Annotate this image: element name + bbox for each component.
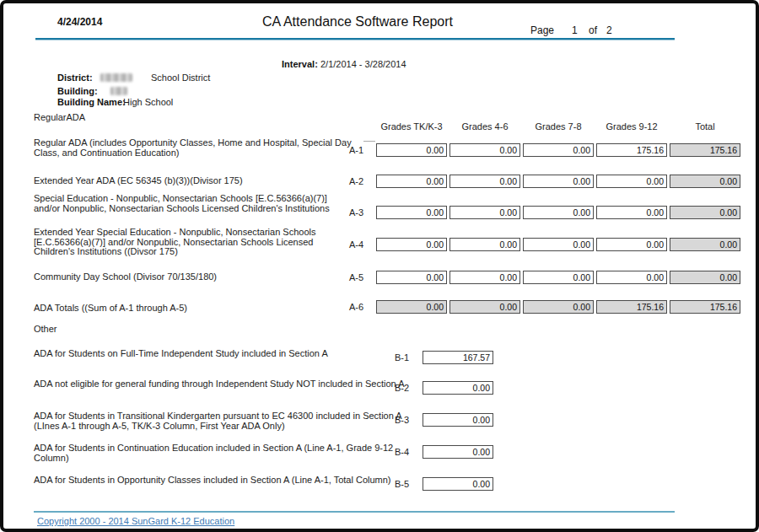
total-cell: 175.16 (596, 300, 667, 314)
row-label-b5: ADA for Students in Opportunity Classes … (34, 476, 417, 486)
row-code-a4: A-4 (349, 239, 363, 250)
row-code-b5: B-5 (395, 479, 409, 489)
interval-value: 2/1/2014 - 3/28/2014 (320, 59, 406, 69)
page-total: 2 (606, 24, 612, 36)
row-code-b4: B-4 (395, 447, 409, 457)
page-number: 1 (572, 24, 578, 36)
value-cell: 0.00 (449, 206, 520, 219)
row-code-a5: A-5 (349, 272, 363, 282)
district-label: District: (57, 73, 93, 83)
row-label-b1: ADA for Students on Full-Time Independen… (34, 349, 417, 359)
total-cell: 0.00 (670, 271, 740, 284)
row-label-b2: ADA not eligible for general funding thr… (34, 379, 417, 390)
value-cell: 0.00 (376, 206, 447, 219)
value-cell: 0.00 (523, 271, 594, 284)
building-code-redacted (110, 87, 127, 95)
value-cell: 0.00 (596, 271, 667, 284)
value-cell: 0.00 (596, 238, 667, 251)
section-b-title: Other (34, 324, 57, 334)
value-cell: 0.00 (376, 175, 447, 188)
row-code-b2: B-2 (395, 383, 409, 393)
row-values-b4: 0.00 (423, 445, 493, 459)
row-values-b3: 0.00 (423, 413, 493, 427)
value-cell: 0.00 (449, 238, 520, 251)
row-label-a1: Regular ADA (includes Opportunity Classe… (34, 138, 356, 158)
value-cell: 0.00 (449, 143, 520, 157)
total-cell: 0.00 (376, 300, 447, 314)
row-label-a4: Extended Year Special Education - Nonpub… (34, 228, 356, 257)
report-date: 4/24/2014 (57, 16, 102, 28)
tick-mark (363, 141, 375, 142)
value-cell: 0.00 (596, 175, 667, 188)
column-header-grades-tkk3: Grades TK/K-3 (376, 121, 447, 132)
value-cell: 0.00 (376, 271, 447, 284)
value-cell: 0.00 (523, 206, 594, 219)
building-label: Building: (57, 86, 98, 96)
total-cell: 175.16 (670, 143, 740, 157)
row-values-a1: 0.00 0.00 0.00 175.16 175.16 (376, 143, 740, 157)
page-of-label: of (589, 24, 597, 36)
district-code-redacted (100, 73, 132, 82)
row-values-b5: 0.00 (423, 477, 493, 491)
value-cell: 0.00 (423, 381, 493, 395)
column-header-grades-912: Grades 9-12 (596, 121, 667, 132)
building-name-label: Building Name: (57, 97, 126, 107)
row-values-b2: 0.00 (423, 381, 493, 395)
row-values-b1: 167.57 (423, 351, 493, 364)
total-cell: 175.16 (670, 300, 740, 314)
total-cell: 0.00 (670, 175, 740, 188)
value-cell: 0.00 (376, 143, 447, 157)
section-a-title: RegularADA (34, 112, 85, 122)
value-cell: 0.00 (376, 238, 447, 251)
column-header-total: Total (670, 121, 740, 132)
row-values-a4: 0.00 0.00 0.00 0.00 0.00 (376, 238, 740, 251)
row-code-a3: A-3 (349, 207, 363, 218)
total-cell: 0.00 (670, 206, 740, 219)
value-cell: 0.00 (423, 413, 493, 427)
copyright-link[interactable]: Copyright 2000 - 2014 SunGard K-12 Educa… (37, 516, 234, 526)
row-code-a1: A-1 (349, 145, 363, 155)
total-cell: 0.00 (449, 300, 520, 314)
row-label-b3: ADA for Students in Transitional Kinderg… (34, 411, 417, 431)
value-cell: 0.00 (596, 206, 667, 219)
row-label-a2: Extended Year ADA (EC 56345 (b)(3))(Divi… (34, 176, 356, 186)
row-values-a6: 0.00 0.00 0.00 175.16 175.16 (376, 300, 740, 314)
value-cell: 0.00 (423, 477, 493, 491)
row-code-b3: B-3 (395, 415, 409, 425)
value-cell: 175.16 (596, 143, 667, 157)
value-cell: 0.00 (449, 175, 520, 188)
value-cell: 0.00 (523, 143, 594, 157)
row-values-a2: 0.00 0.00 0.00 0.00 0.00 (376, 175, 740, 188)
building-name-value: High School (123, 97, 173, 107)
row-code-a2: A-2 (349, 176, 363, 186)
row-code-b1: B-1 (395, 352, 409, 363)
row-values-a5: 0.00 0.00 0.00 0.00 0.00 (376, 271, 740, 284)
row-label-a5: Community Day School (Divisor 70/135/180… (34, 272, 356, 282)
row-label-a3: Special Education - Nonpublic, Nonsectar… (34, 194, 356, 213)
row-values-a3: 0.00 0.00 0.00 0.00 0.00 (376, 206, 740, 219)
row-label-a6: ADA Totals ((Sum of A-1 through A-5) (34, 304, 356, 314)
interval-label: Interval: (282, 59, 318, 69)
column-header-grades-78: Grades 7-8 (523, 121, 594, 132)
header-rule (35, 38, 675, 40)
value-cell: 0.00 (523, 175, 594, 188)
report-page: 4/24/2014 CA Attendance Software Report … (0, 0, 759, 532)
column-header-grades-46: Grades 4-6 (449, 121, 520, 132)
district-value: School District (151, 73, 210, 83)
value-cell: 0.00 (423, 445, 493, 459)
value-cell: 167.57 (423, 351, 493, 364)
row-label-b4: ADA for Students in Continuation Educati… (34, 443, 417, 463)
value-cell: 0.00 (523, 238, 594, 251)
page-title: CA Attendance Software Report (262, 14, 453, 30)
total-cell: 0.00 (670, 238, 740, 251)
total-cell: 0.00 (523, 300, 594, 314)
footer-rule (34, 511, 675, 513)
page-label: Page (530, 24, 554, 36)
value-cell: 0.00 (449, 271, 520, 284)
row-code-a6: A-6 (349, 302, 363, 312)
